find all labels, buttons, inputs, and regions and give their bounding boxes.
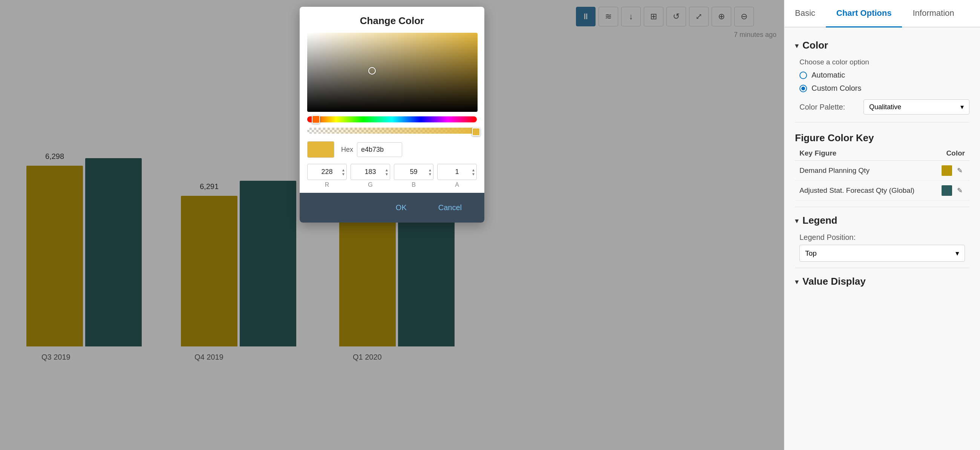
legend-position-row: Legend Position: xyxy=(799,233,969,242)
r-spin-down[interactable]: ▼ xyxy=(342,172,345,176)
key-figure-row-adjusted: Adjusted Stat. Forecast Qty (Global) ✎ xyxy=(795,181,969,201)
adjusted-edit-color-btn[interactable]: ✎ xyxy=(955,185,965,196)
b-spin-down[interactable]: ▼ xyxy=(428,172,432,176)
color-col-header: Color xyxy=(946,149,965,157)
adjusted-color-swatch[interactable] xyxy=(942,185,952,196)
modal-footer: OK Cancel xyxy=(300,193,484,223)
alpha-slider-container xyxy=(307,128,477,136)
color-option-group: Automatic Custom Colors xyxy=(799,71,969,93)
color-gradient-picker[interactable] xyxy=(307,33,477,112)
legend-section-header: ▾ Legend xyxy=(795,215,969,226)
demand-edit-color-btn[interactable]: ✎ xyxy=(955,165,965,176)
g-label: G xyxy=(368,182,372,188)
hex-input[interactable] xyxy=(357,143,402,157)
palette-select[interactable]: Qualitative ▾ xyxy=(864,100,969,114)
alpha-slider[interactable] xyxy=(307,128,477,134)
tab-information[interactable]: Information xyxy=(902,0,964,27)
g-input-wrapper: ▲ ▼ xyxy=(350,164,390,180)
change-color-modal: Change Color Hex xyxy=(300,7,484,223)
value-display-header: ▾ Value Display xyxy=(795,276,969,287)
b-spin-up[interactable]: ▲ xyxy=(428,168,432,172)
value-display-chevron-icon[interactable]: ▾ xyxy=(795,277,799,286)
r-label: R xyxy=(325,182,329,188)
r-input-wrapper: ▲ ▼ xyxy=(307,164,347,180)
alpha-thumb[interactable] xyxy=(472,128,480,136)
modal-title: Change Color xyxy=(300,7,484,33)
legend-position-select-wrapper: Top ▾ xyxy=(799,245,965,262)
panel-content: ▾ Color Choose a color option Automatic … xyxy=(784,27,980,447)
value-display-divider xyxy=(795,268,969,268)
g-spin: ▲ ▼ xyxy=(385,168,388,176)
color-chevron-icon[interactable]: ▾ xyxy=(795,41,799,50)
g-input[interactable] xyxy=(350,164,390,180)
figure-color-key-title: Figure Color Key xyxy=(795,128,969,146)
palette-label: Color Palette: xyxy=(799,103,860,111)
r-field: ▲ ▼ R xyxy=(307,164,347,188)
g-field: ▲ ▼ G xyxy=(350,164,390,188)
legend-position-chevron-icon: ▾ xyxy=(956,249,959,258)
a-spin-down[interactable]: ▼ xyxy=(471,172,475,176)
color-picker-cursor[interactable] xyxy=(368,67,376,74)
radio-custom-label: Custom Colors xyxy=(811,84,861,93)
rgba-row: ▲ ▼ R ▲ ▼ G xyxy=(307,164,477,188)
radio-automatic[interactable]: Automatic xyxy=(799,71,969,79)
demand-planning-label: Demand Planning Qty xyxy=(799,166,870,175)
b-spin: ▲ ▼ xyxy=(428,168,432,176)
a-spin: ▲ ▼ xyxy=(471,168,475,176)
adjusted-color-group: ✎ xyxy=(942,185,965,196)
color-section-title: Color xyxy=(802,40,828,51)
palette-value: Qualitative xyxy=(869,103,901,111)
g-spin-up[interactable]: ▲ xyxy=(385,168,388,172)
key-figure-row-demand: Demand Planning Qty ✎ xyxy=(795,161,969,181)
hue-thumb[interactable] xyxy=(312,115,320,124)
key-figure-col-header: Key Figure xyxy=(799,149,837,157)
legend-section-title: Legend xyxy=(802,215,837,226)
color-preview-row: Hex xyxy=(307,141,477,158)
color-section-header: ▾ Color xyxy=(795,40,969,51)
radio-automatic-label: Automatic xyxy=(811,71,845,79)
key-figure-header: Key Figure Color xyxy=(795,146,969,161)
modal-overlay: Change Color Hex xyxy=(0,0,784,450)
a-label: A xyxy=(455,182,459,188)
r-spin-up[interactable]: ▲ xyxy=(342,168,345,172)
b-field: ▲ ▼ B xyxy=(394,164,433,188)
radio-custom-colors[interactable]: Custom Colors xyxy=(799,84,969,93)
palette-row: Color Palette: Qualitative ▾ xyxy=(799,100,969,114)
figure-color-key-section: Figure Color Key Key Figure Color Demand… xyxy=(795,122,969,201)
legend-chevron-icon[interactable]: ▾ xyxy=(795,216,799,225)
value-display-section: ▾ Value Display xyxy=(795,276,969,287)
tab-chart-options[interactable]: Chart Options xyxy=(826,0,902,27)
radio-custom-circle[interactable] xyxy=(799,85,807,92)
r-spin: ▲ ▼ xyxy=(342,168,345,176)
value-display-title: Value Display xyxy=(802,276,866,287)
hue-slider-container xyxy=(307,116,477,125)
a-spin-up[interactable]: ▲ xyxy=(471,168,475,172)
legend-divider xyxy=(795,207,969,207)
demand-color-swatch[interactable] xyxy=(942,165,952,176)
panel-tabs: Basic Chart Options Information xyxy=(784,0,980,27)
r-input[interactable] xyxy=(307,164,347,180)
choose-color-label: Choose a color option xyxy=(799,58,969,66)
b-input[interactable] xyxy=(394,164,433,180)
hue-slider[interactable] xyxy=(307,116,477,122)
demand-color-group: ✎ xyxy=(942,165,965,176)
palette-chevron-icon: ▾ xyxy=(960,103,964,111)
a-field: ▲ ▼ A xyxy=(437,164,477,188)
hex-label: Hex xyxy=(341,146,353,154)
tab-basic[interactable]: Basic xyxy=(784,0,826,27)
b-input-wrapper: ▲ ▼ xyxy=(394,164,433,180)
legend-position-value: Top xyxy=(805,249,817,258)
legend-position-label: Legend Position: xyxy=(799,233,875,242)
ok-button[interactable]: OK xyxy=(382,200,420,216)
a-input[interactable] xyxy=(437,164,477,180)
adjusted-forecast-label: Adjusted Stat. Forecast Qty (Global) xyxy=(799,186,915,195)
a-input-wrapper: ▲ ▼ xyxy=(437,164,477,180)
b-label: B xyxy=(412,182,416,188)
right-panel: Basic Chart Options Information ▾ Color … xyxy=(784,0,980,450)
g-spin-down[interactable]: ▼ xyxy=(385,172,388,176)
cancel-button[interactable]: Cancel xyxy=(425,200,475,216)
legend-position-select[interactable]: Top ▾ xyxy=(799,245,965,262)
radio-automatic-circle[interactable] xyxy=(799,71,807,79)
legend-section: ▾ Legend Legend Position: Top ▾ xyxy=(795,215,969,262)
color-preview-swatch xyxy=(307,141,334,158)
